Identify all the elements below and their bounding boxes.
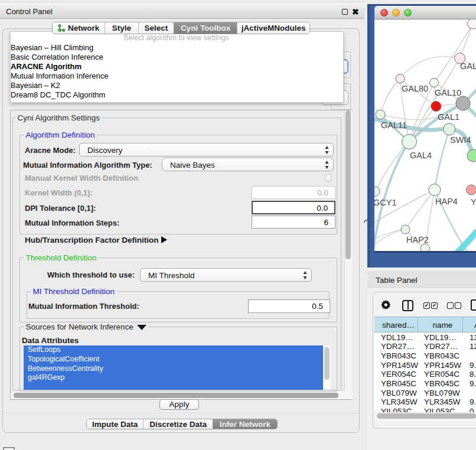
svg-text:GAL2: GAL2 — [460, 61, 476, 71]
svg-text:YG: YG — [471, 197, 476, 207]
svg-text:GAL10: GAL10 — [435, 88, 461, 97]
svg-text:GAL4: GAL4 — [410, 151, 432, 160]
svg-text:GAL1: GAL1 — [438, 112, 459, 122]
svg-text:HAP4: HAP4 — [435, 197, 458, 206]
svg-text:GCY1: GCY1 — [374, 198, 397, 207]
svg-text:GAL11: GAL11 — [381, 120, 407, 130]
svg-text:GAL80: GAL80 — [402, 84, 428, 93]
svg-text:SWI4: SWI4 — [450, 135, 471, 145]
svg-text:HAP2: HAP2 — [406, 235, 429, 244]
